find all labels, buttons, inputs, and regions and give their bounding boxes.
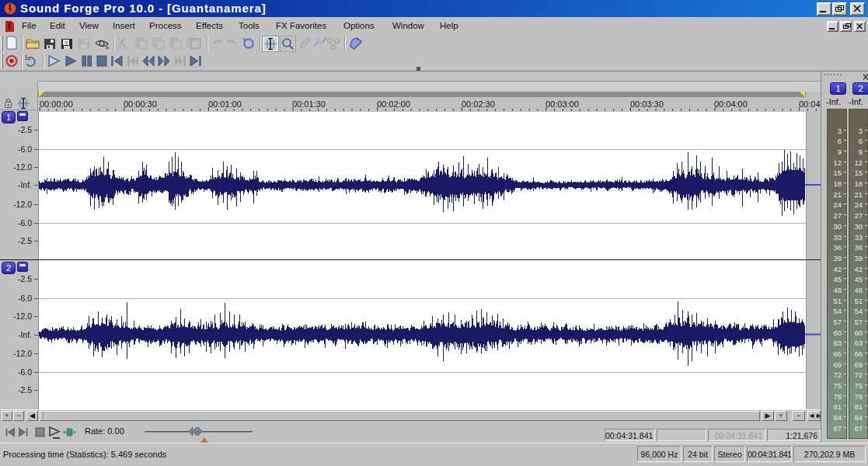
svg-text:?: ? <box>64 40 68 47</box>
